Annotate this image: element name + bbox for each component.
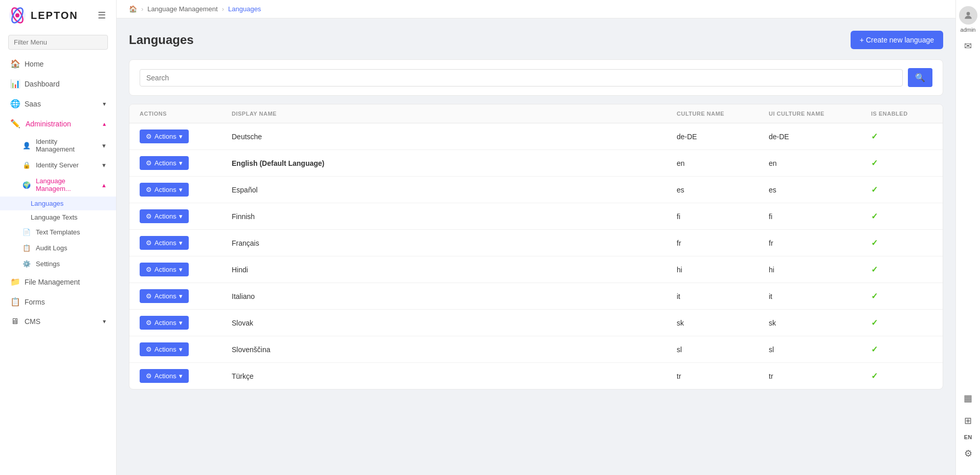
- table-row: ⚙ Actions ▾ Slovak sk sk ✓: [129, 310, 943, 336]
- avatar: [959, 6, 977, 25]
- create-new-language-button[interactable]: + Create new language: [851, 31, 943, 49]
- search-input[interactable]: [140, 69, 903, 87]
- sidebar-item-languages[interactable]: Languages: [0, 197, 116, 210]
- grid-icon[interactable]: ▦: [959, 389, 977, 407]
- actions-button[interactable]: ⚙ Actions ▾: [140, 289, 189, 303]
- home-icon: 🏠: [10, 59, 19, 69]
- en-badge[interactable]: EN: [964, 434, 972, 440]
- is-enabled-cell: ✓: [871, 291, 932, 301]
- user-section: admin: [959, 6, 977, 33]
- actions-cell: ⚙ Actions ▾: [140, 289, 232, 303]
- is-enabled-cell: ✓: [871, 265, 932, 274]
- sidebar-item-language-texts[interactable]: Language Texts: [0, 210, 116, 224]
- actions-cell: ⚙ Actions ▾: [140, 316, 232, 330]
- culture-name-cell: tr: [677, 372, 769, 380]
- actions-button[interactable]: ⚙ Actions ▾: [140, 369, 189, 383]
- culture-name-cell: fr: [677, 239, 769, 247]
- sidebar-item-settings[interactable]: ⚙️ Settings: [0, 256, 116, 272]
- ui-culture-name-cell: es: [769, 186, 871, 194]
- identity-server-label: Identity Server: [36, 161, 79, 169]
- forms-label: Forms: [25, 298, 45, 306]
- gear-btn-icon: ⚙: [146, 159, 152, 167]
- enabled-check-icon: ✓: [871, 132, 878, 141]
- dashboard-label: Dashboard: [25, 80, 60, 88]
- caret-icon: ▾: [179, 319, 183, 327]
- col-culture-name: CULTURE NAME: [677, 111, 769, 117]
- is-enabled-cell: ✓: [871, 238, 932, 248]
- sidebar-item-identity-management[interactable]: 👤 Identity Management ▾: [0, 134, 116, 157]
- actions-cell: ⚙ Actions ▾: [140, 369, 232, 383]
- filter-menu-input[interactable]: [8, 35, 108, 50]
- languages-label: Languages: [31, 200, 63, 207]
- mail-icon[interactable]: ✉: [959, 37, 977, 55]
- is-enabled-cell: ✓: [871, 158, 932, 168]
- enabled-check-icon: ✓: [871, 159, 878, 167]
- file-management-label: File Management: [25, 278, 80, 286]
- sidebar-item-dashboard[interactable]: 📊 Dashboard: [0, 74, 116, 94]
- language-texts-label: Language Texts: [31, 213, 78, 221]
- ui-culture-name-cell: fr: [769, 239, 871, 247]
- actions-label: Actions: [154, 372, 176, 380]
- logo-text: LEPTON: [31, 10, 78, 21]
- sidebar-item-audit-logs[interactable]: 📋 Audit Logs: [0, 240, 116, 256]
- gear-btn-icon: ⚙: [146, 186, 152, 193]
- display-name-cell: Finnish: [232, 212, 677, 221]
- page-title: Languages: [129, 33, 194, 47]
- table-icon[interactable]: ⊞: [959, 412, 977, 430]
- table-header: ACTIONS DISPLAY NAME CULTURE NAME UI CUL…: [129, 104, 943, 123]
- ui-culture-name-cell: sk: [769, 319, 871, 327]
- table-row: ⚙ Actions ▾ Finnish fi fi ✓: [129, 203, 943, 230]
- gear-btn-icon: ⚙: [146, 239, 152, 247]
- actions-button[interactable]: ⚙ Actions ▾: [140, 263, 189, 276]
- actions-cell: ⚙ Actions ▾: [140, 342, 232, 356]
- actions-cell: ⚙ Actions ▾: [140, 263, 232, 276]
- actions-button[interactable]: ⚙ Actions ▾: [140, 156, 189, 170]
- ui-culture-name-cell: en: [769, 159, 871, 167]
- actions-button[interactable]: ⚙ Actions ▾: [140, 236, 189, 250]
- search-button[interactable]: 🔍: [908, 68, 932, 87]
- caret-icon: ▾: [179, 133, 183, 140]
- col-is-enabled: IS ENABLED: [871, 111, 932, 117]
- actions-button[interactable]: ⚙ Actions ▾: [140, 342, 189, 356]
- actions-cell: ⚙ Actions ▾: [140, 183, 232, 197]
- language-management-label: Language Managem...: [36, 177, 97, 192]
- sidebar-item-cms[interactable]: 🖥 CMS ▾: [0, 312, 116, 331]
- display-name-cell: Slovenščina: [232, 346, 677, 354]
- right-sidebar: admin ✉ ▦ ⊞ EN ⚙: [955, 0, 980, 475]
- actions-label: Actions: [154, 266, 176, 273]
- is-enabled-cell: ✓: [871, 371, 932, 381]
- gear-icon[interactable]: ⚙: [959, 444, 977, 463]
- actions-button[interactable]: ⚙ Actions ▾: [140, 129, 189, 143]
- sidebar-item-forms[interactable]: 📋 Forms: [0, 292, 116, 312]
- sidebar-item-text-templates[interactable]: 📄 Text Templates: [0, 224, 116, 240]
- enabled-check-icon: ✓: [871, 372, 878, 380]
- sidebar-item-administration[interactable]: ✏️ Administration ▴: [0, 114, 116, 134]
- settings-sub-icon: ⚙️: [23, 260, 31, 268]
- actions-button[interactable]: ⚙ Actions ▾: [140, 183, 189, 197]
- actions-label: Actions: [154, 186, 176, 193]
- administration-icon: ✏️: [10, 119, 20, 128]
- ui-culture-name-cell: fi: [769, 212, 871, 221]
- actions-cell: ⚙ Actions ▾: [140, 156, 232, 170]
- sidebar-item-identity-server[interactable]: 🔒 Identity Server ▾: [0, 157, 116, 173]
- cms-icon: 🖥: [10, 317, 19, 326]
- table-row: ⚙ Actions ▾ Deutsche de-DE de-DE ✓: [129, 123, 943, 150]
- actions-button[interactable]: ⚙ Actions ▾: [140, 316, 189, 330]
- sidebar-item-file-management[interactable]: 📁 File Management: [0, 272, 116, 292]
- ui-culture-name-cell: tr: [769, 372, 871, 380]
- enabled-check-icon: ✓: [871, 345, 878, 354]
- breadcrumb-home-icon[interactable]: 🏠: [129, 5, 137, 13]
- actions-label: Actions: [154, 212, 176, 220]
- is-enabled-cell: ✓: [871, 211, 932, 221]
- display-name-cell: English (Default Language): [232, 159, 677, 167]
- sidebar-item-language-management[interactable]: 🌍 Language Managem... ▴: [0, 173, 116, 197]
- caret-icon: ▾: [179, 266, 183, 273]
- col-display-name: DISPLAY NAME: [232, 111, 677, 117]
- cms-chevron-icon: ▾: [103, 318, 106, 325]
- hamburger-button[interactable]: ☰: [96, 8, 108, 23]
- actions-button[interactable]: ⚙ Actions ▾: [140, 209, 189, 223]
- language-management-icon: 🌍: [23, 181, 31, 189]
- page-header: Languages + Create new language: [129, 31, 943, 49]
- sidebar-item-home[interactable]: 🏠 Home: [0, 54, 116, 74]
- sidebar-item-saas[interactable]: 🌐 Saas ▾: [0, 94, 116, 114]
